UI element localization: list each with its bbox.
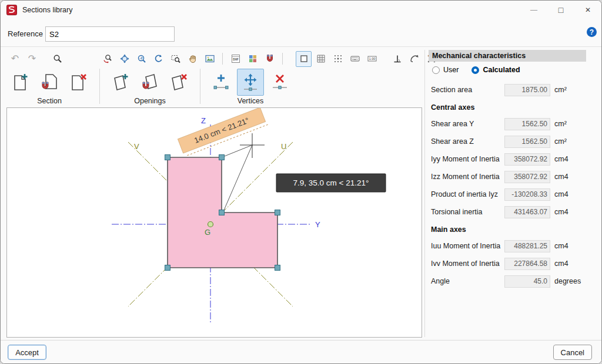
svg-text:DXF: DXF [233,58,239,61]
izz-field[interactable]: 358072.92 [504,171,550,183]
minimize-button[interactable]: — [520,1,547,19]
vertices-group-label: Vertices [238,97,263,105]
vertex-handle[interactable] [165,155,170,160]
axis-v-label: V [134,142,139,151]
torsional-field[interactable]: 431463.07 [504,206,550,218]
color-grid-icon [248,54,257,63]
row-ivv: Ivv Moment of Inertia227864.58cm4 [431,255,584,272]
section-area-field[interactable]: 1875.00 [504,84,550,96]
iyy-field[interactable]: 358072.92 [504,153,550,166]
measure-annotation: 14.0 cm < 21.21° [178,108,269,157]
section-group-label: Section [37,97,62,105]
radio-user-icon [432,66,440,74]
square-outline-icon [299,54,309,63]
ribbon-group-vertices: Vertices [208,69,293,106]
delete-section-button[interactable] [65,69,92,96]
toolbar: ↶ ↷ -2 DXF 1.00 [6,50,440,67]
zoom-extents-icon [120,54,129,63]
new-opening-button[interactable] [107,69,134,96]
iyz-field[interactable]: -130208.33 [504,188,550,201]
capture-section-button[interactable] [36,69,63,96]
arc-button[interactable] [406,51,422,67]
vertex-handle[interactable] [219,210,225,215]
dot-grid-icon [333,54,343,63]
shear-area-z-field[interactable]: 1562.50 [504,136,550,148]
ivv-field[interactable]: 227864.58 [504,258,550,270]
outline-toggle-button[interactable] [296,51,312,67]
vertex-handle[interactable] [165,265,170,271]
panel-divider [424,50,425,337]
row-iyy: Iyy Moment of Inertia358072.92cm4 [431,150,584,168]
orthogonal-button[interactable] [389,51,405,67]
axis-z-label: Z [201,116,206,125]
picture-icon [205,54,215,63]
move-vertex-icon [241,73,260,92]
zoom-window-icon [171,54,180,63]
add-vertex-button[interactable] [208,69,235,96]
window-title: Sections library [22,6,72,14]
dxf-icon: DXF [231,54,240,63]
delete-opening-button[interactable] [166,69,193,96]
vertex-handle[interactable] [275,210,280,215]
panel-title: Mechanical characteristics [429,50,586,62]
zoom-previous-button[interactable] [99,51,115,67]
coordinate-tooltip: 7.9, 35.0 cm < 21.21° [276,174,386,192]
svg-text:-2: -2 [139,56,143,60]
titlebar: Sections library — □ ✕ [1,1,601,19]
zoom-window-button[interactable] [168,51,183,67]
keyboard-entry-button[interactable] [347,51,363,67]
footer: Accept Cancel [1,340,601,364]
grid-icon [316,54,326,63]
zoom-previous-icon [103,54,112,63]
radio-calculated[interactable]: Calculated [471,66,520,74]
redo-button[interactable]: ↷ [24,51,40,67]
magnet-section-icon [40,73,59,92]
capture-opening-button[interactable] [136,69,163,96]
perpendicular-icon [393,54,402,63]
undo-button[interactable]: ↶ [7,51,23,67]
snapshot-button[interactable] [202,51,218,67]
snap-points-button[interactable] [330,51,346,67]
vertex-handle[interactable] [275,265,280,271]
reference-input[interactable] [45,26,175,42]
zoom-search-button[interactable] [49,51,65,67]
cancel-button[interactable]: Cancel [553,345,592,360]
ribbon-group-openings: Openings [107,69,193,106]
layers-grid-button[interactable] [245,51,260,67]
axis-y-label: Y [315,220,320,229]
snap-magnet-button[interactable] [262,51,277,67]
delete-vertex-button[interactable] [266,69,293,96]
iuu-field[interactable]: 488281.25 [504,240,550,252]
close-button[interactable]: ✕ [574,1,601,19]
characteristics-list: Section area1875.00cm² Central axes Shea… [429,76,586,290]
row-section-area: Section area1875.00cm² [431,81,584,99]
row-shear-area-z: Shear area Z1562.50cm² [431,133,584,150]
row-iyz: Product of inertia Iyz-130208.33cm4 [431,186,584,203]
row-iuu: Iuu Moment of Inertia488281.25cm4 [431,237,584,255]
rotate-view-button[interactable] [150,51,166,67]
radio-user[interactable]: User [432,66,459,74]
shear-area-y-field[interactable]: 1562.50 [504,118,550,130]
scale-display-button[interactable]: 1.00 [364,51,380,67]
app-logo-icon [6,5,17,15]
magnet-opening-icon [141,73,159,92]
angle-field[interactable]: 45.0 [504,275,550,288]
new-opening-icon [111,73,130,92]
add-vertex-icon [212,73,230,92]
section-drawing: V U Y G 14.0 cm < 21.21° Z [7,108,420,336]
maximize-button[interactable]: □ [547,1,574,19]
vertex-handle[interactable] [219,155,225,160]
new-section-button[interactable] [6,69,34,96]
zoom-half-button[interactable]: -2 [133,51,149,67]
tooltip-text: 7.9, 35.0 cm < 21.21° [293,178,369,187]
accept-button[interactable]: Accept [8,345,46,360]
dxf-import-button[interactable]: DXF [228,51,243,67]
help-icon[interactable]: ? [587,27,597,37]
grid-toggle-button[interactable] [313,51,329,67]
reference-row: Reference ? [1,23,601,47]
section-canvas[interactable]: V U Y G 14.0 cm < 21.21° Z [6,107,422,338]
undo-icon: ↶ [11,54,19,63]
move-vertex-button[interactable] [237,69,264,96]
pan-button[interactable] [185,51,200,67]
zoom-extents-button[interactable] [116,51,132,67]
